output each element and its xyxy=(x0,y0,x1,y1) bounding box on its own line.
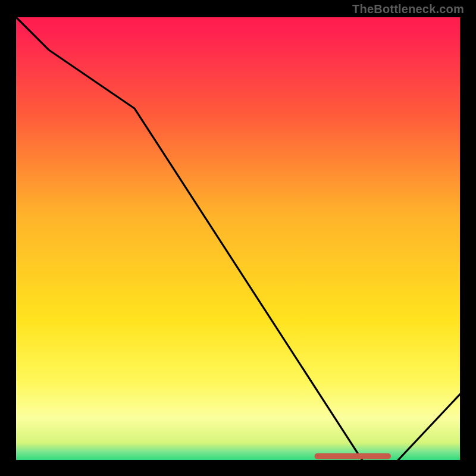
background-gradient xyxy=(13,14,463,463)
plot-area xyxy=(13,14,463,463)
chart-stage: TheBottleneck.com xyxy=(0,0,476,476)
margin-bottom xyxy=(0,463,476,476)
watermark-text: TheBottleneck.com xyxy=(352,2,464,16)
margin-right xyxy=(464,0,476,476)
margin-left xyxy=(0,0,14,476)
svg-rect-0 xyxy=(13,14,463,463)
